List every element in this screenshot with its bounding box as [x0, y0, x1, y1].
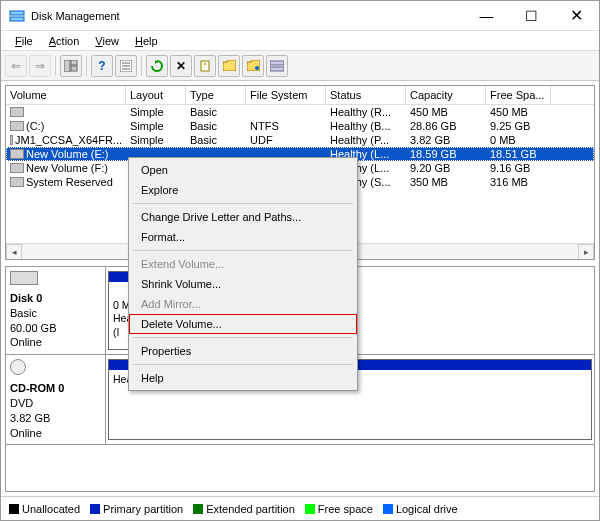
col-type[interactable]: Type: [186, 86, 246, 104]
disk0-info[interactable]: Disk 0 Basic 60.00 GB Online: [6, 267, 106, 354]
ctx-change-drive-letter[interactable]: Change Drive Letter and Paths...: [129, 207, 357, 227]
ctx-properties[interactable]: Properties: [129, 341, 357, 361]
scroll-left[interactable]: ◂: [6, 244, 22, 260]
legend-primary-swatch: [90, 504, 100, 514]
disk-management-window: Disk Management — ☐ ✕ File Action View H…: [0, 0, 600, 521]
svg-rect-3: [71, 60, 77, 65]
col-free[interactable]: Free Spa...: [486, 86, 551, 104]
volume-icon: [10, 163, 24, 173]
legend-unallocated-swatch: [9, 504, 19, 514]
disk-icon: [10, 271, 38, 285]
folder1-button[interactable]: [218, 55, 240, 77]
svg-point-11: [255, 66, 259, 70]
volume-icon: [10, 149, 24, 159]
show-hide-button[interactable]: [60, 55, 82, 77]
volume-header-row: Volume Layout Type File System Status Ca…: [6, 86, 594, 105]
volume-icon: [10, 121, 24, 131]
delete-icon[interactable]: ✕: [170, 55, 192, 77]
legend-extended-swatch: [193, 504, 203, 514]
volume-row[interactable]: (C:)SimpleBasicNTFSHealthy (B...28.86 GB…: [6, 119, 594, 133]
cd-icon: [10, 359, 26, 375]
menu-help[interactable]: Help: [127, 33, 166, 49]
svg-point-10: [204, 63, 206, 65]
legend: Unallocated Primary partition Extended p…: [1, 496, 599, 520]
properties-button[interactable]: [194, 55, 216, 77]
col-layout[interactable]: Layout: [126, 86, 186, 104]
ctx-add-mirror: Add Mirror...: [129, 294, 357, 314]
volume-icon: [10, 107, 24, 117]
ctx-delete-volume[interactable]: Delete Volume...: [129, 314, 357, 334]
minimize-button[interactable]: —: [464, 1, 509, 30]
ctx-help[interactable]: Help: [129, 368, 357, 388]
close-button[interactable]: ✕: [554, 1, 599, 30]
col-volume[interactable]: Volume: [6, 86, 126, 104]
ctx-format[interactable]: Format...: [129, 227, 357, 247]
window-title: Disk Management: [31, 10, 464, 22]
svg-rect-12: [270, 61, 284, 65]
svg-rect-2: [64, 60, 70, 72]
disks-button[interactable]: [266, 55, 288, 77]
menu-view[interactable]: View: [87, 33, 127, 49]
svg-rect-4: [71, 66, 77, 71]
ctx-explore[interactable]: Explore: [129, 180, 357, 200]
app-icon: [9, 8, 25, 24]
menu-file[interactable]: File: [7, 33, 41, 49]
svg-rect-13: [270, 67, 284, 71]
svg-rect-1: [10, 17, 24, 21]
scroll-right[interactable]: ▸: [578, 244, 594, 260]
cdrom-info[interactable]: CD-ROM 0 DVD 3.82 GB Online: [6, 355, 106, 444]
refresh-button[interactable]: [146, 55, 168, 77]
legend-logical-swatch: [383, 504, 393, 514]
legend-free-swatch: [305, 504, 315, 514]
menubar: File Action View Help: [1, 31, 599, 51]
svg-rect-0: [10, 11, 24, 15]
ctx-shrink-volume[interactable]: Shrink Volume...: [129, 274, 357, 294]
ctx-open[interactable]: Open: [129, 160, 357, 180]
toolbar: ⇐ ⇒ ? ✕: [1, 51, 599, 81]
col-fs[interactable]: File System: [246, 86, 326, 104]
help-button[interactable]: ?: [91, 55, 113, 77]
svg-rect-9: [201, 61, 209, 71]
maximize-button[interactable]: ☐: [509, 1, 554, 30]
folder2-button[interactable]: [242, 55, 264, 77]
volume-row[interactable]: SimpleBasicHealthy (R...450 MB450 MB: [6, 105, 594, 119]
volume-icon: [10, 177, 24, 187]
context-menu: Open Explore Change Drive Letter and Pat…: [128, 157, 358, 391]
settings-button[interactable]: [115, 55, 137, 77]
volume-row[interactable]: JM1_CCSA_X64FR...SimpleBasicUDFHealthy (…: [6, 133, 594, 147]
ctx-extend-volume: Extend Volume...: [129, 254, 357, 274]
col-capacity[interactable]: Capacity: [406, 86, 486, 104]
forward-button[interactable]: ⇒: [29, 55, 51, 77]
titlebar: Disk Management — ☐ ✕: [1, 1, 599, 31]
volume-icon: [10, 135, 13, 145]
menu-action[interactable]: Action: [41, 33, 88, 49]
col-status[interactable]: Status: [326, 86, 406, 104]
back-button[interactable]: ⇐: [5, 55, 27, 77]
